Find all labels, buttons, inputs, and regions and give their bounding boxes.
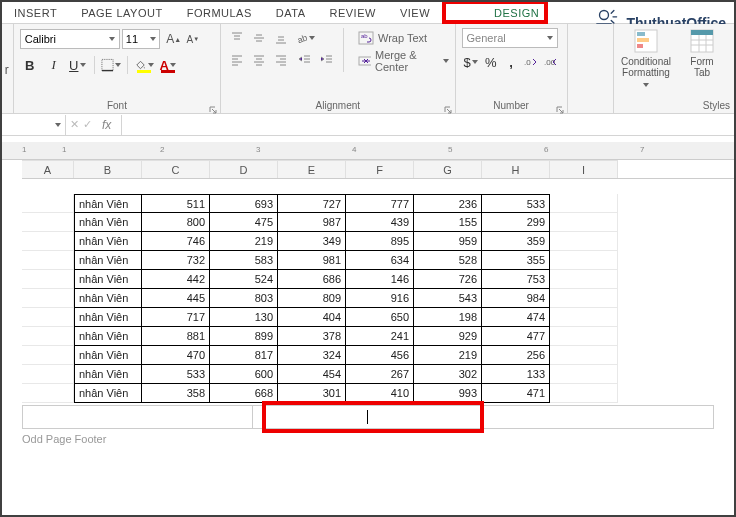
cell-value[interactable]: 219 (414, 346, 482, 365)
cell-value[interactable]: 524 (210, 270, 278, 289)
increase-font-icon[interactable]: A▲ (165, 29, 183, 49)
cell-value[interactable]: 727 (278, 194, 346, 213)
cell-value[interactable]: 146 (346, 270, 414, 289)
cell-value[interactable]: 881 (142, 327, 210, 346)
cell-value[interactable]: 236 (414, 194, 482, 213)
tab-design[interactable]: DESIGN (482, 2, 551, 23)
align-top-icon[interactable] (227, 28, 247, 48)
cell[interactable] (550, 194, 618, 213)
column-header-g[interactable]: G (414, 160, 482, 178)
align-right-icon[interactable] (271, 50, 291, 70)
cell-value[interactable]: 583 (210, 251, 278, 270)
cell[interactable] (22, 346, 74, 365)
cell-value[interactable]: 511 (142, 194, 210, 213)
alignment-group-launcher-icon[interactable] (443, 101, 453, 111)
align-middle-icon[interactable] (249, 28, 269, 48)
enter-icon[interactable]: ✓ (83, 118, 92, 131)
conditional-formatting-button[interactable]: ConditionalFormatting (620, 28, 672, 89)
cell-value[interactable]: 410 (346, 384, 414, 403)
footer-area[interactable] (22, 405, 714, 429)
cell-value[interactable]: 302 (414, 365, 482, 384)
cell-value[interactable]: 668 (210, 384, 278, 403)
column-header-b[interactable]: B (74, 160, 142, 178)
cell-value[interactable]: 717 (142, 308, 210, 327)
cell-value[interactable]: 475 (210, 213, 278, 232)
cell[interactable] (22, 251, 74, 270)
cell-value[interactable]: 256 (482, 346, 550, 365)
cell-value[interactable]: 301 (278, 384, 346, 403)
cell-value[interactable]: 404 (278, 308, 346, 327)
cell-value[interactable]: 454 (278, 365, 346, 384)
column-header-a[interactable]: A (22, 160, 74, 178)
cell[interactable] (22, 365, 74, 384)
cell-value[interactable]: 600 (210, 365, 278, 384)
cell-label[interactable]: nhân Viên (74, 213, 142, 232)
cell-value[interactable]: 987 (278, 213, 346, 232)
orientation-button[interactable]: ab (295, 28, 315, 48)
align-bottom-icon[interactable] (271, 28, 291, 48)
cell[interactable] (550, 270, 618, 289)
cell[interactable] (22, 289, 74, 308)
italic-button[interactable]: I (44, 55, 64, 75)
cell[interactable] (22, 327, 74, 346)
cell-value[interactable]: 358 (142, 384, 210, 403)
cell-value[interactable]: 803 (210, 289, 278, 308)
grid-body[interactable]: nhân Viên511693727777236533nhân Viên8004… (22, 194, 734, 403)
cell-label[interactable]: nhân Viên (74, 270, 142, 289)
cell-label[interactable]: nhân Viên (74, 308, 142, 327)
cell-value[interactable]: 133 (482, 365, 550, 384)
formula-input[interactable] (122, 114, 734, 135)
cell-value[interactable]: 809 (278, 289, 346, 308)
tab-insert[interactable]: INSERT (2, 2, 69, 23)
cell[interactable] (550, 232, 618, 251)
number-group-launcher-icon[interactable] (555, 101, 565, 111)
font-size-select[interactable]: 11 (122, 29, 160, 49)
cell-value[interactable]: 299 (482, 213, 550, 232)
number-format-select[interactable]: General (462, 28, 558, 48)
cell[interactable] (22, 384, 74, 403)
footer-right-section[interactable] (484, 406, 713, 428)
cell-label[interactable]: nhân Viên (74, 232, 142, 251)
cell-value[interactable]: 634 (346, 251, 414, 270)
font-group-launcher-icon[interactable] (208, 101, 218, 111)
cell-value[interactable]: 981 (278, 251, 346, 270)
decrease-indent-icon[interactable] (295, 50, 315, 70)
format-as-table-button[interactable]: FormTab (676, 28, 728, 89)
cell-value[interactable]: 477 (482, 327, 550, 346)
column-header-d[interactable]: D (210, 160, 278, 178)
cell-value[interactable]: 693 (210, 194, 278, 213)
cell[interactable] (22, 213, 74, 232)
footer-center-section[interactable] (253, 406, 483, 428)
align-left-icon[interactable] (227, 50, 247, 70)
cell-value[interactable]: 155 (414, 213, 482, 232)
cell-value[interactable]: 267 (346, 365, 414, 384)
merge-center-button[interactable]: Merge & Center (358, 51, 449, 71)
cell-value[interactable]: 241 (346, 327, 414, 346)
fill-color-button[interactable] (134, 55, 154, 75)
cell-value[interactable]: 959 (414, 232, 482, 251)
cell[interactable] (550, 213, 618, 232)
cell-value[interactable]: 753 (482, 270, 550, 289)
tab-data[interactable]: DATA (264, 2, 318, 23)
decrease-decimal-icon[interactable]: .00 (542, 52, 560, 72)
column-header-c[interactable]: C (142, 160, 210, 178)
cell-label[interactable]: nhân Viên (74, 251, 142, 270)
cell-value[interactable]: 817 (210, 346, 278, 365)
cell-value[interactable]: 349 (278, 232, 346, 251)
tab-view[interactable]: VIEW (388, 2, 442, 23)
cell-value[interactable]: 456 (346, 346, 414, 365)
accounting-format-icon[interactable]: $ (462, 52, 480, 72)
tab-formulas[interactable]: FORMULAS (175, 2, 264, 23)
cell-value[interactable]: 929 (414, 327, 482, 346)
wrap-text-button[interactable]: ab Wrap Text (358, 28, 449, 48)
cell-value[interactable]: 474 (482, 308, 550, 327)
cell-value[interactable]: 993 (414, 384, 482, 403)
cell[interactable] (22, 194, 74, 213)
column-header-f[interactable]: F (346, 160, 414, 178)
tab-review[interactable]: REVIEW (318, 2, 388, 23)
cell-label[interactable]: nhân Viên (74, 194, 142, 213)
percent-format-icon[interactable]: % (482, 52, 500, 72)
cell-value[interactable]: 219 (210, 232, 278, 251)
cell-value[interactable]: 378 (278, 327, 346, 346)
cell-label[interactable]: nhân Viên (74, 289, 142, 308)
